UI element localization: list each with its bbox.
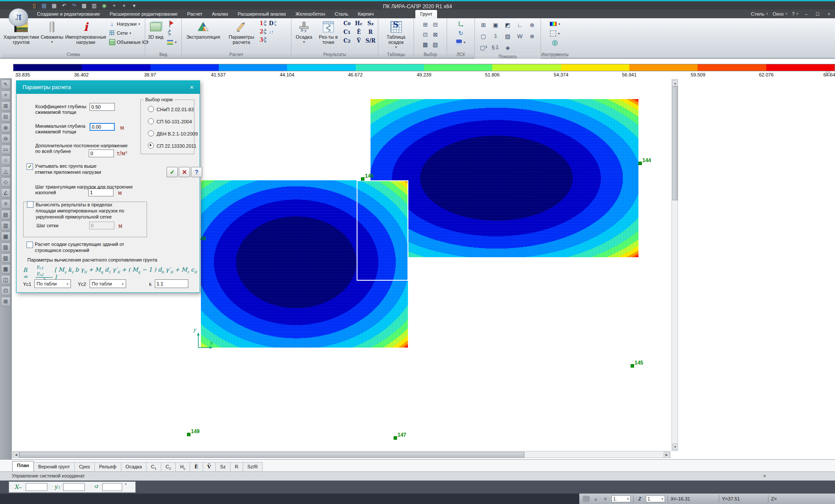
- node-marker[interactable]: 147: [394, 432, 420, 441]
- result-component-button[interactable]: C2: [341, 37, 353, 45]
- left-tool-button[interactable]: ▩: [1, 264, 10, 274]
- spring-view-button[interactable]: [166, 29, 178, 37]
- color-scale-segment[interactable]: [492, 64, 561, 71]
- ribbon-tab[interactable]: Кирпич: [353, 10, 379, 18]
- left-tool-button[interactable]: ↖: [1, 80, 10, 89]
- dialog-cancel-button[interactable]: ✕: [179, 167, 190, 177]
- dialog-close-button[interactable]: ×: [187, 83, 196, 92]
- depth-coefficient-input[interactable]: [90, 103, 115, 111]
- triangulation-step-input[interactable]: [88, 189, 114, 196]
- color-scale-segment[interactable]: [219, 64, 287, 71]
- dialog-help-button[interactable]: ?: [191, 167, 202, 177]
- left-tool-button[interactable]: ▧: [1, 242, 10, 252]
- flag-button[interactable]: [166, 20, 178, 28]
- horizontal-scroll-thumb[interactable]: [19, 452, 524, 458]
- ribbon-tab[interactable]: Расширенный анализ: [233, 10, 291, 18]
- show-tool-button[interactable]: ⊕: [526, 31, 538, 42]
- boreholes-button[interactable]: Скважины ▾: [40, 20, 64, 51]
- scroll-down-arrow[interactable]: ▼: [672, 444, 678, 450]
- vertical-scrollbar[interactable]: ▲ ▼: [671, 79, 678, 451]
- show-tool-button[interactable]: 5⇩: [490, 42, 501, 53]
- show-tool-button[interactable]: ⊞: [478, 20, 489, 30]
- nets-button[interactable]: Сети▾: [108, 29, 150, 37]
- settlement-table-button[interactable]: S Таблица осадок ▾: [382, 20, 410, 51]
- min-depth-input[interactable]: [90, 123, 115, 131]
- view-3d-button[interactable]: 3D вид: [147, 20, 165, 51]
- view-tab[interactable]: Hc: [176, 462, 190, 471]
- selection-tool-button[interactable]: ⊡: [421, 30, 430, 39]
- left-tool-button[interactable]: ○: [1, 156, 10, 165]
- left-tool-button[interactable]: ⊞: [1, 101, 10, 111]
- left-tool-button[interactable]: +: [1, 90, 10, 100]
- isofield-upper-region[interactable]: [371, 99, 638, 257]
- view-tab[interactable]: Верхний грунт: [34, 462, 75, 471]
- z-scale-combo[interactable]: 1.▾: [646, 495, 665, 502]
- show-tool-button[interactable]: W: [514, 31, 526, 42]
- left-tool-button[interactable]: ▤: [1, 210, 10, 219]
- calculation-parameters-button[interactable]: Параметры расчета: [224, 20, 259, 51]
- left-tool-button[interactable]: ≡: [1, 199, 10, 209]
- node-marker[interactable]: 146: [361, 173, 387, 182]
- color-scale-segment[interactable]: [82, 64, 150, 71]
- view-tab[interactable]: R: [230, 462, 243, 471]
- left-tool-button[interactable]: ▭: [1, 145, 10, 154]
- dialog-ok-button[interactable]: ✓: [167, 167, 178, 177]
- close-button[interactable]: ×: [825, 11, 832, 17]
- local-axes-button[interactable]: [457, 20, 465, 28]
- result-component-button[interactable]: V̄: [353, 37, 364, 45]
- left-tool-button[interactable]: ⊟: [1, 112, 10, 122]
- csys-close-button[interactable]: ×: [761, 473, 768, 480]
- ribbon-tab[interactable]: Грунт: [415, 10, 437, 18]
- left-tool-button[interactable]: ▦: [1, 232, 10, 241]
- scale-tool-icon[interactable]: [583, 496, 590, 502]
- restore-button[interactable]: ◻: [814, 11, 821, 17]
- consider-soil-weight-checkbox[interactable]: ✓: [27, 163, 33, 170]
- view-tab[interactable]: Ē: [190, 462, 203, 471]
- result-component-button[interactable]: Hc: [353, 20, 364, 27]
- minimize-button[interactable]: –: [803, 11, 810, 17]
- view-tab[interactable]: Осадка: [121, 462, 147, 471]
- scale-up-icon[interactable]: ▲: [592, 496, 599, 502]
- existing-buildings-checkbox[interactable]: [27, 242, 33, 248]
- color-scale-button[interactable]: ▾: [548, 20, 561, 28]
- show-tool-button[interactable]: ◈: [502, 42, 514, 53]
- ribbon-tab[interactable]: Расчет: [182, 10, 207, 18]
- color-scale-segment[interactable]: [698, 64, 766, 71]
- left-tool-button[interactable]: ▥: [1, 221, 10, 230]
- result-component-button[interactable]: Sz: [365, 20, 376, 27]
- left-tool-button[interactable]: ∠: [1, 188, 10, 198]
- result-component-button[interactable]: C1: [341, 28, 353, 36]
- view-tab[interactable]: Срез: [75, 462, 95, 471]
- left-tool-button[interactable]: ⊕: [1, 123, 10, 133]
- left-tool-button[interactable]: ◇: [1, 177, 10, 187]
- scroll-up-arrow[interactable]: ▲: [672, 80, 678, 86]
- imported-loads-button[interactable]: i Импортированные нагрузки: [65, 20, 107, 51]
- show-tool-button[interactable]: ⊕: [526, 20, 538, 30]
- results-at-point-button[interactable]: Рез-ты в точке: [316, 20, 341, 51]
- left-tool-button[interactable]: △: [1, 166, 10, 176]
- view-tab[interactable]: Рельеф: [95, 462, 121, 471]
- spring-1-button[interactable]: 1: [260, 20, 268, 27]
- ribbon-tab[interactable]: Расширенное редактирование: [105, 10, 182, 18]
- view-tab[interactable]: C2: [161, 462, 176, 471]
- result-component-button[interactable]: Ē: [353, 28, 364, 36]
- csys-x-input[interactable]: [26, 483, 47, 491]
- updown-arrows-button[interactable]: ↓↑: [269, 28, 277, 36]
- tools-globe-button[interactable]: [551, 39, 559, 47]
- show-tool-button[interactable]: ▢³: [478, 42, 489, 53]
- view-tab[interactable]: C1: [147, 462, 161, 471]
- node-marker[interactable]: 145: [631, 360, 657, 368]
- color-scale-segment[interactable]: [629, 64, 698, 71]
- d-spring-button[interactable]: D: [269, 20, 277, 27]
- horizontal-scrollbar[interactable]: ◀ ▶: [12, 451, 671, 458]
- show-tool-button[interactable]: ▣: [490, 20, 501, 30]
- loads-button[interactable]: ↓Нагрузки▾: [108, 20, 150, 28]
- left-tool-button[interactable]: ⊖: [1, 134, 10, 143]
- settlement-button[interactable]: S Осадка ▾: [293, 20, 315, 51]
- spring-2-button[interactable]: 2: [260, 28, 268, 36]
- selection-tool-button[interactable]: ▦: [421, 40, 430, 49]
- grid-step-input[interactable]: [89, 222, 114, 229]
- show-tool-button[interactable]: ▢: [478, 31, 489, 42]
- fragment-frame-button[interactable]: ▾: [549, 29, 561, 38]
- ribbon-tab[interactable]: Создание и редактирование: [32, 10, 105, 18]
